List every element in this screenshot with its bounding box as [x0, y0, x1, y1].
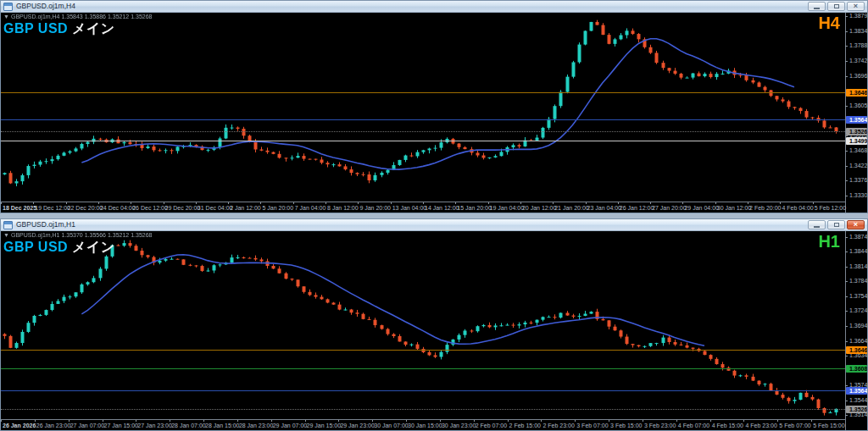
time-axis-label: 28 Jan 07:00 — [171, 423, 205, 428]
time-axis-label: 26 Jan 23:00 — [36, 423, 70, 428]
ohlc-info: ▼GBPUSD.oj1m,H4 1.35843 1.35886 1.35212 … — [3, 14, 153, 19]
restore-button[interactable] — [827, 2, 845, 11]
price-tick-label: 1.36640 — [849, 338, 867, 345]
price-tick-label: 1.36050 — [849, 102, 867, 109]
minimize-button[interactable] — [808, 2, 826, 11]
time-axis-label: 7 Jan 04:00 — [295, 205, 326, 211]
price-axis[interactable]: 1.387901.383401.378801.374201.369601.360… — [845, 13, 867, 213]
time-tick — [553, 202, 554, 204]
time-tick — [618, 202, 619, 204]
time-tick — [520, 202, 521, 204]
time-axis-label: 5 Jan 20:00 — [262, 205, 293, 211]
time-axis-label: 2 Feb 07:00 — [476, 423, 507, 428]
time-tick — [1, 202, 2, 204]
time-tick — [164, 202, 164, 204]
symbol-name: GBP USD — [3, 240, 68, 254]
time-axis-label: 29 Jan 23:00 — [340, 423, 374, 428]
price-tick: 1.33300 — [845, 192, 867, 199]
time-axis-label: 29 Jan 04:00 — [684, 205, 718, 211]
time-tick — [203, 420, 204, 422]
price-tick: 1.37420 — [845, 58, 867, 64]
symbol-suffix: メイン — [68, 21, 115, 36]
restore-button[interactable] — [827, 220, 845, 229]
time-tick — [338, 420, 339, 422]
time-axis-label: 26 Jan 2026 — [3, 423, 36, 428]
horizontal-price-line[interactable] — [1, 350, 845, 351]
time-tick — [196, 202, 197, 204]
title-bar[interactable]: GBPUSD.oj1m,H1 × — [1, 219, 867, 231]
horizontal-price-line[interactable] — [1, 390, 845, 391]
chart-window-h4: GBPUSD.oj1m,H4 × ▼GBPUSD.oj1m,H4 1.35843… — [0, 0, 868, 213]
time-axis-label: 27 Jan 23:00 — [137, 423, 171, 428]
time-tick — [98, 202, 99, 204]
time-tick — [293, 202, 294, 204]
symbol-watermark: GBP USD メイン — [3, 20, 115, 38]
time-tick — [575, 420, 576, 422]
time-axis-label: 19 Dec 12:00 — [35, 205, 70, 211]
time-axis-label: 4 Feb 15:00 — [712, 423, 743, 428]
time-axis-label: 27 Jan 20:00 — [652, 205, 686, 211]
price-tick-label: 1.38340 — [849, 28, 867, 35]
price-tick-label: 1.36960 — [849, 73, 867, 80]
time-axis-label: 3 Feb 07:00 — [576, 423, 608, 428]
symbol-suffix: メイン — [68, 240, 115, 254]
time-axis-label: 4 Feb 23:00 — [745, 423, 776, 428]
close-button[interactable]: × — [847, 2, 865, 11]
time-tick — [488, 202, 489, 204]
price-tick: 1.34220 — [845, 163, 867, 169]
time-tick — [66, 202, 67, 204]
chart-area[interactable]: ▼GBPUSD.oj1m,H4 1.35843 1.35886 1.35212 … — [1, 13, 867, 213]
price-tick: 1.37545 — [845, 293, 867, 300]
symbol-dropdown-arrow[interactable]: ▼ — [3, 14, 9, 19]
time-axis-label: 29 Dec 20:00 — [165, 205, 201, 211]
price-tick-label: 1.36940 — [849, 323, 867, 329]
price-tick-label: 1.33760 — [849, 177, 867, 184]
time-tick — [136, 420, 136, 422]
time-axis-label: 27 Jan 07:00 — [70, 423, 104, 428]
chart-area[interactable]: ▼GBPUSD.oj1m,H1 1.35370 1.35566 1.35212 … — [1, 231, 867, 430]
symbol-watermark: GBP USD メイン — [3, 239, 115, 257]
price-tick: 1.38445 — [845, 248, 867, 255]
price-tick: 1.36050 — [845, 102, 867, 109]
price-tick: 1.38745 — [845, 234, 867, 240]
ohlc-text: GBPUSD.oj1m,H4 1.35843 1.35886 1.35212 1… — [11, 14, 153, 19]
current-price-line — [1, 409, 845, 410]
symbol-name: GBP USD — [3, 21, 68, 36]
time-axis[interactable]: 18 Dec 202519 Dec 12:0022 Dec 20:0024 De… — [1, 202, 845, 213]
time-tick — [508, 420, 509, 422]
time-tick — [609, 420, 609, 422]
price-line-badge: 1.35644 — [846, 116, 867, 124]
time-axis-label: 2 Feb 20:00 — [749, 205, 781, 211]
time-tick — [372, 420, 373, 422]
price-tick: 1.34680 — [845, 147, 867, 154]
horizontal-price-line[interactable] — [1, 368, 845, 369]
price-line-badge: 1.36082 — [846, 365, 867, 373]
time-axis[interactable]: 26 Jan 202626 Jan 23:0027 Jan 07:0027 Ja… — [1, 420, 845, 430]
horizontal-price-line[interactable] — [1, 119, 845, 120]
symbol-dropdown-arrow[interactable]: ▼ — [3, 232, 9, 238]
current-price-badge: 1.35268 — [846, 128, 867, 135]
price-axis[interactable]: 1.387451.384451.381451.378451.375451.372… — [845, 231, 867, 430]
time-tick — [69, 420, 70, 422]
time-tick — [643, 420, 643, 422]
close-button[interactable]: × — [847, 220, 865, 229]
minimize-button[interactable] — [808, 220, 826, 229]
current-price-badge: 1.35268 — [846, 406, 867, 413]
horizontal-price-line[interactable] — [1, 141, 845, 141]
time-axis-label: 2 Jan 12:00 — [230, 205, 261, 211]
time-axis-label: 4 Feb 07:00 — [678, 423, 709, 428]
price-tick: 1.35440 — [845, 397, 867, 404]
price-tick: 1.36960 — [845, 73, 867, 80]
time-axis-label: 13 Jan 04:00 — [392, 205, 426, 211]
time-tick — [326, 202, 326, 204]
price-tick: 1.38790 — [845, 13, 867, 19]
title-bar[interactable]: GBPUSD.oj1m,H4 × — [1, 1, 867, 13]
time-axis-label: 18 Dec 2025 — [3, 205, 36, 211]
time-axis-label: 30 Jan 15:00 — [408, 423, 442, 428]
time-tick — [676, 420, 677, 422]
price-tick-label: 1.35440 — [849, 397, 867, 404]
time-axis-label: 26 Dec 12:00 — [132, 205, 168, 211]
horizontal-price-line[interactable] — [1, 92, 845, 93]
candlestick-chart[interactable] — [1, 13, 845, 202]
time-tick — [811, 420, 812, 422]
